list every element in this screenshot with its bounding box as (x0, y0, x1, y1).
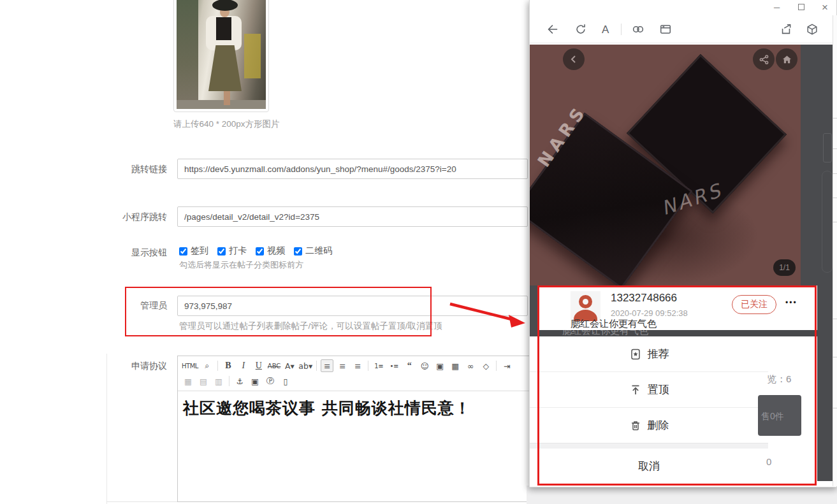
insert-media-icon[interactable]: ▦ (449, 359, 462, 372)
post-user-row: 13232748666 2020-07-29 09:52:38 已关注 ••• … (538, 285, 817, 330)
photo-wall (177, 0, 198, 109)
annotation-arrow (440, 292, 535, 336)
photo-ground (177, 100, 266, 109)
miniapp-jump-input[interactable] (177, 206, 528, 227)
blockquote-icon[interactable]: “ (403, 359, 416, 372)
font-icon[interactable]: A (602, 24, 609, 36)
home-circle-button[interactable] (776, 48, 797, 70)
desktop-under-window (527, 486, 837, 504)
back-icon[interactable] (546, 23, 558, 36)
menu-item-delete[interactable]: 删除 (530, 408, 768, 443)
link-icon[interactable]: ∞ (464, 359, 477, 372)
editor-toolbar: HTML ⌕ B I U ABC A▾ ab▾ ≡ ≡ ≡ 1≡ •≡ “ ☺ … (178, 356, 530, 391)
menu-item-cancel[interactable]: 取消 (530, 449, 768, 484)
underline-icon[interactable]: U (252, 359, 265, 372)
post-date: 2020-07-29 09:52:38 (611, 308, 688, 318)
screenshot-root: 请上传640 * 200px方形图片 跳转链接 小程序跳转 显示按钮 签到 打卡… (0, 0, 837, 504)
image-page-badge: 1/1 (773, 259, 796, 276)
insert-image-icon[interactable]: ▣ (433, 359, 446, 372)
photo-hat (212, 0, 238, 11)
action-sheet: 推荐 置顶 删除 取消 (530, 336, 768, 484)
paste-icon[interactable]: ▯ (279, 375, 292, 387)
more-options-button[interactable]: ••• (785, 298, 797, 307)
font-color-icon[interactable]: A▾ (283, 359, 296, 372)
close-button[interactable]: × (822, 2, 828, 13)
cube-icon[interactable] (806, 23, 819, 36)
strikethrough-icon[interactable]: ABC (268, 359, 281, 372)
window-titlebar: ─ × (530, 0, 836, 15)
menu-item-recommend[interactable]: 推荐 (530, 336, 768, 371)
avatar[interactable] (571, 291, 600, 321)
agreement-label: 申请协议 (97, 361, 167, 372)
table-icon[interactable]: ▦ (182, 375, 194, 387)
checkbox-signin[interactable] (179, 247, 187, 256)
editor-content[interactable]: 社区邀您喝茶议事 共同畅谈社情民意！ (178, 391, 530, 425)
unordered-list-icon[interactable]: •≡ (388, 359, 400, 372)
table-col-icon[interactable]: ▥ (212, 375, 225, 387)
jump-link-label: 跳转链接 (97, 164, 167, 175)
checkbox-signin-label: 签到 (191, 245, 208, 257)
editor-heading: 社区邀您喝茶议事 共同畅谈社情民意！ (183, 398, 525, 419)
preview-icon[interactable]: ⌕ (201, 359, 214, 372)
upload-image-box[interactable] (173, 0, 269, 112)
dim-float-widget-small (823, 133, 832, 162)
strip-tick (833, 173, 837, 174)
menu-item-pin-top-label: 置顶 (648, 382, 669, 397)
align-right-icon[interactable]: ≡ (351, 359, 364, 372)
print-icon[interactable]: Ⓟ (264, 375, 277, 387)
recommend-icon (629, 348, 642, 361)
post-text: 腮红会让你更有气色 (571, 318, 657, 330)
share-icon[interactable] (780, 23, 792, 36)
share-circle-button[interactable] (753, 48, 775, 70)
checkbox-video-label: 视频 (267, 245, 285, 257)
dim-float-widget-large (822, 171, 833, 273)
indent-icon[interactable]: ⇥ (500, 359, 513, 372)
show-buttons-label: 显示按钮 (97, 247, 167, 259)
align-left-icon[interactable]: ≡ (321, 359, 333, 372)
post-hero-image: NARS NARS 1/1 (530, 45, 801, 285)
checkbox-video[interactable] (256, 247, 264, 256)
checkbox-clockin[interactable] (217, 247, 226, 256)
fragment-sold: 售0件 (761, 411, 784, 422)
toolbar-divider (621, 24, 622, 35)
minimize-button[interactable]: ─ (774, 3, 780, 11)
table-row-icon[interactable]: ▤ (197, 375, 210, 387)
fragment-count: 0 (766, 456, 771, 467)
back-circle-button[interactable] (563, 48, 585, 70)
dim-strip-text: 腮红会让你更有气色 (562, 330, 648, 336)
pin-top-icon (629, 384, 642, 396)
menu-item-delete-label: 删除 (648, 418, 669, 433)
jump-link-input[interactable] (177, 159, 528, 179)
window-toolbar: A (530, 15, 836, 43)
align-center-icon[interactable]: ≡ (336, 359, 349, 372)
image-frame-icon[interactable]: ▣ (249, 375, 261, 387)
sheet-gap (530, 443, 768, 449)
strip-tick (833, 408, 837, 408)
preview-window: ─ × A (529, 0, 837, 487)
trash-icon (629, 419, 642, 432)
anchor-icon[interactable]: ⚓ (233, 375, 246, 387)
strip-tick (833, 357, 837, 357)
refresh-icon[interactable] (574, 23, 587, 36)
highlight-icon[interactable]: ab▾ (298, 359, 312, 372)
remove-format-icon[interactable]: ◇ (479, 359, 492, 372)
show-buttons-group: 签到 打卡 视频 二维码 (179, 245, 341, 257)
strip-tick (833, 198, 837, 198)
dim-strip: 腮红会让你更有气色 (538, 330, 817, 336)
strip-tick (833, 319, 837, 319)
browser-window-icon[interactable] (659, 23, 672, 36)
strip-tick (833, 148, 837, 149)
maximize-button[interactable] (798, 4, 804, 10)
ordered-list-icon[interactable]: 1≡ (372, 359, 385, 372)
bold-icon[interactable]: B (222, 359, 235, 372)
show-buttons-helper: 勾选后将显示在帖子分类图标前方 (179, 259, 303, 271)
strip-tick (833, 222, 837, 222)
emoji-icon[interactable]: ☺ (418, 359, 431, 372)
html-source-icon[interactable]: HTML (182, 359, 198, 372)
italic-icon[interactable]: I (237, 359, 250, 372)
menu-item-pin-top[interactable]: 置顶 (530, 372, 768, 407)
checkbox-qrcode[interactable] (294, 247, 302, 256)
miniapp-jump-label: 小程序跳转 (97, 212, 167, 223)
link-icon[interactable] (632, 23, 644, 36)
followed-button[interactable]: 已关注 (732, 295, 776, 314)
